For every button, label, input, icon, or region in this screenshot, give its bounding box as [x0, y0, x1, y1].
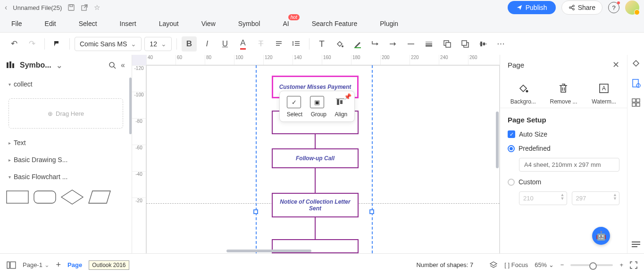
grid-tab-icon[interactable]: [632, 98, 640, 107]
line-color-button[interactable]: [350, 36, 365, 52]
category-basic-drawing[interactable]: ▸Basic Drawing S...: [0, 151, 132, 168]
zoom-level[interactable]: 65% ⌄: [535, 261, 554, 268]
background-button[interactable]: Backgro...: [505, 81, 542, 105]
bold-button[interactable]: B: [182, 36, 197, 52]
add-page-button[interactable]: +: [56, 260, 61, 270]
connector[interactable]: [315, 217, 316, 239]
zoom-out-button[interactable]: −: [560, 261, 564, 268]
group-button[interactable]: ▣: [310, 96, 324, 108]
underline-button[interactable]: U: [217, 36, 233, 52]
menu-file[interactable]: File: [11, 20, 22, 27]
avatar[interactable]: [625, 0, 639, 15]
width-input[interactable]: 210▲▼: [519, 191, 567, 205]
collapse-icon[interactable]: «: [121, 61, 125, 69]
pin-icon[interactable]: 📌: [344, 93, 351, 100]
watermark-button[interactable]: A Waterm...: [585, 81, 622, 105]
fill-button[interactable]: [332, 36, 347, 52]
fullscreen-icon[interactable]: [630, 261, 637, 269]
help-button[interactable]: ?: [608, 2, 619, 13]
custom-radio[interactable]: Custom: [508, 178, 619, 186]
menu-select[interactable]: Select: [79, 20, 97, 27]
more-button[interactable]: ⋯: [493, 36, 509, 52]
zoom-in-button[interactable]: +: [619, 261, 623, 268]
flowchart-node[interactable]: Follow-up Call: [272, 148, 359, 168]
size-select[interactable]: 12⌄: [144, 37, 172, 51]
menu-insert[interactable]: Insert: [120, 20, 136, 27]
radio-off-icon: [508, 179, 515, 186]
layer-back-button[interactable]: [458, 36, 473, 52]
connector-button[interactable]: [368, 36, 383, 52]
font-select[interactable]: Comic Sans MS⌄: [75, 37, 142, 51]
menu-ai[interactable]: AIhot: [283, 20, 289, 27]
canvas[interactable]: Customer Misses Payment Follow-up Call N…: [146, 65, 500, 253]
svg-rect-11: [462, 41, 467, 45]
align-objects-button[interactable]: [476, 36, 491, 52]
focus-button[interactable]: [ ] Focus: [504, 261, 528, 268]
category-collect[interactable]: ▾collect: [0, 76, 132, 93]
page-tab-icon[interactable]: [631, 78, 641, 88]
remove-button[interactable]: Remove ...: [545, 81, 582, 105]
menu-edit[interactable]: Edit: [45, 20, 56, 27]
predefined-radio[interactable]: Predefined: [508, 145, 619, 152]
font-color-button[interactable]: A: [235, 36, 251, 52]
svg-point-5: [572, 9, 574, 10]
select-button[interactable]: ✓: [287, 96, 301, 108]
height-input[interactable]: 297▲▼: [572, 191, 620, 205]
style-tab-icon[interactable]: [631, 59, 641, 68]
zoom-slider[interactable]: [570, 264, 613, 266]
back-icon[interactable]: ‹: [5, 3, 7, 12]
save-icon[interactable]: [67, 4, 75, 11]
italic-button[interactable]: I: [200, 36, 215, 52]
format-painter-icon[interactable]: [50, 36, 65, 52]
publish-button[interactable]: Publish: [508, 1, 556, 14]
search-icon[interactable]: [109, 61, 116, 69]
assistant-fab[interactable]: 🤖: [592, 227, 610, 245]
spinner-icon[interactable]: ▲▼: [560, 193, 565, 200]
share-button[interactable]: Share: [561, 0, 602, 15]
line-spacing-button[interactable]: [289, 36, 304, 52]
scrollbar-horizontal[interactable]: [226, 250, 311, 252]
star-icon[interactable]: ☆: [94, 3, 100, 12]
library-icon[interactable]: [7, 61, 15, 69]
category-basic-flowchart[interactable]: ▾Basic Flowchart ...: [0, 168, 132, 185]
line-weight-button[interactable]: [422, 36, 437, 52]
selection-handle[interactable]: [253, 209, 258, 214]
outline-icon[interactable]: [7, 261, 16, 269]
scrollbar-vertical[interactable]: [496, 112, 499, 168]
close-icon[interactable]: ✕: [612, 60, 619, 70]
menu-view[interactable]: View: [201, 20, 216, 27]
scrollbar-thumb[interactable]: [129, 78, 132, 134]
layers-icon[interactable]: [489, 261, 498, 269]
shape-diamond[interactable]: [60, 189, 84, 205]
connector[interactable]: [315, 134, 316, 148]
list-tab-icon[interactable]: [632, 241, 640, 248]
export-icon[interactable]: [81, 4, 88, 11]
svg-rect-19: [34, 191, 56, 203]
align-button[interactable]: [271, 36, 286, 52]
undo-button[interactable]: ↶: [7, 36, 22, 52]
menu-search-feature[interactable]: Search Feature: [312, 20, 358, 27]
text-tool-button[interactable]: T: [314, 36, 329, 52]
flowchart-node[interactable]: Notice of Collection Letter Sent: [272, 193, 359, 217]
spinner-icon[interactable]: ▲▼: [613, 193, 617, 200]
menu-symbol[interactable]: Symbol: [238, 20, 260, 27]
category-text[interactable]: ▸Text: [0, 134, 132, 151]
selection-handle[interactable]: [369, 209, 374, 214]
redo-button[interactable]: ↷: [25, 36, 40, 52]
arrow-style-button[interactable]: [386, 36, 401, 52]
menu-layout[interactable]: Layout: [159, 20, 179, 27]
strikethrough-button[interactable]: T: [253, 36, 268, 52]
shape-parallelogram[interactable]: [88, 189, 111, 205]
drag-here-zone[interactable]: ⊕ Drag Here: [8, 98, 123, 129]
page-tab[interactable]: Page-1 ⌄: [23, 261, 50, 268]
shape-rounded[interactable]: [33, 189, 57, 205]
auto-size-checkbox[interactable]: ✓ Auto Size: [508, 130, 619, 138]
connector[interactable]: [315, 168, 316, 193]
expand-icon[interactable]: ⌄: [56, 61, 62, 70]
layer-front-button[interactable]: [440, 36, 455, 52]
line-style-button[interactable]: [404, 36, 419, 52]
paper-size-select[interactable]: A4 sheet, 210mm x 297 mm: [519, 158, 619, 172]
shape-rect[interactable]: [6, 189, 29, 205]
menu-plugin[interactable]: Plugin: [380, 20, 398, 27]
checkbox-checked-icon: ✓: [508, 130, 515, 138]
